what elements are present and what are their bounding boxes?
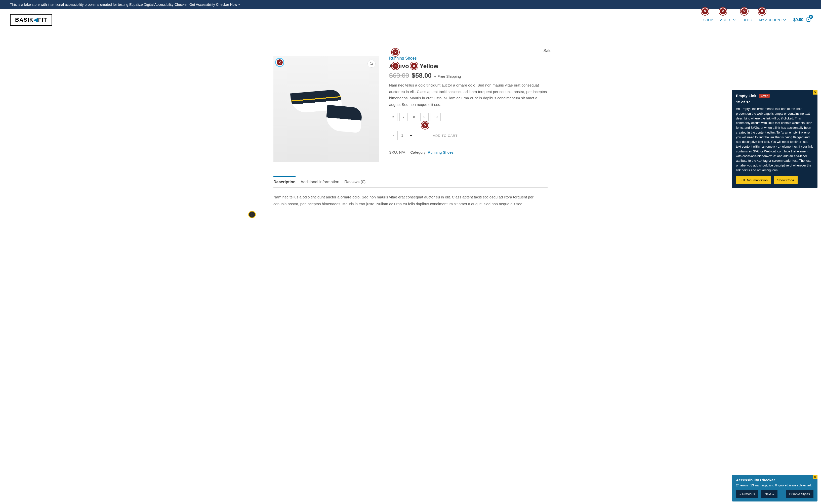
old-price: $60.00 xyxy=(389,72,409,79)
logo-text-2: FIT xyxy=(38,17,47,23)
add-to-cart-button[interactable]: ADD TO CART xyxy=(423,131,468,140)
banner-link[interactable]: Get Accessibility Checker Now→ xyxy=(189,3,241,7)
error-marker-icon[interactable] xyxy=(758,8,766,15)
sku-label: SKU: xyxy=(389,150,399,154)
full-documentation-button[interactable]: Full Documentation xyxy=(736,176,771,184)
logo[interactable]: BASIK◀FIT xyxy=(10,14,52,26)
popup-body-text: An Empty Link error means that one of th… xyxy=(732,107,817,176)
nav-about-label: ABOUT xyxy=(720,18,732,22)
nav-shop-label: SHOP xyxy=(703,18,713,22)
category-meta-link[interactable]: Running Shoes xyxy=(428,150,454,154)
error-marker-icon[interactable] xyxy=(392,62,399,70)
tab-description[interactable]: Description xyxy=(273,176,296,187)
product-short-description: Nam nec tellus a odio tincidunt auctor a… xyxy=(389,82,548,108)
popup-counter: 12 of 37 xyxy=(732,100,817,107)
qty-decrease-button[interactable]: - xyxy=(389,131,398,140)
error-marker-icon[interactable] xyxy=(421,121,429,129)
product-container: Sale! Running Shoes Aceivo X3 Yellow $60… xyxy=(268,56,553,162)
quantity-row: - + ADD TO CART xyxy=(389,131,548,140)
new-price: $58.00 xyxy=(412,72,432,79)
nav-blog-label: BLOG xyxy=(743,18,752,22)
size-option[interactable]: 7 xyxy=(399,113,408,121)
nav-shop[interactable]: SHOP xyxy=(703,18,713,22)
nav-account-label: MY ACCOUNT xyxy=(759,18,782,22)
show-code-button[interactable]: Show Code xyxy=(774,176,798,184)
site-header: BASIK◀FIT SHOP ABOUT BLOG MY ACCOUNT xyxy=(0,9,821,31)
svg-line-1 xyxy=(372,64,373,65)
logo-text-1: BASIK xyxy=(15,17,33,23)
warning-marker-icon[interactable] xyxy=(248,211,256,218)
cart-count-badge: 0 xyxy=(809,15,813,19)
chevron-down-icon xyxy=(733,19,735,21)
product-info: Sale! Running Shoes Aceivo X3 Yellow $60… xyxy=(389,56,548,162)
size-option[interactable]: 10 xyxy=(431,113,441,121)
category-label: Category: xyxy=(410,150,428,154)
error-badge: Error xyxy=(759,94,770,98)
shoe-image-placeholder xyxy=(291,86,361,132)
error-detail-popup: ✕ Empty Link Error 12 of 37 An Empty Lin… xyxy=(732,90,817,188)
popup-title: Empty Link xyxy=(736,94,756,98)
price-row: $60.00 $58.00 + Free Shipping xyxy=(389,72,548,79)
main-nav: SHOP ABOUT BLOG MY ACCOUNT xyxy=(703,18,786,22)
popup-header: Empty Link Error xyxy=(732,90,817,100)
error-marker-icon[interactable] xyxy=(701,8,709,15)
cart-icon[interactable]: 0 xyxy=(806,17,811,23)
zoom-button[interactable] xyxy=(367,60,376,68)
qty-input[interactable] xyxy=(398,131,407,140)
nav-account[interactable]: MY ACCOUNT xyxy=(759,18,786,22)
popup-close-button[interactable]: ✕ xyxy=(813,90,817,95)
search-icon xyxy=(370,62,374,66)
error-marker-icon[interactable] xyxy=(392,49,399,56)
nav-blog[interactable]: BLOG xyxy=(743,18,752,22)
error-marker-icon[interactable] xyxy=(719,8,727,15)
product-image[interactable] xyxy=(273,56,379,162)
qty-increase-button[interactable]: + xyxy=(407,131,415,140)
tab-content: Nam nec tellus a odio tincidunt auctor a… xyxy=(273,188,548,213)
banner-text: This is a fake store with intentional ac… xyxy=(10,3,188,7)
sku-value: N/A xyxy=(399,150,405,154)
error-marker-icon[interactable] xyxy=(276,59,283,66)
tab-reviews[interactable]: Reviews (0) xyxy=(344,177,365,187)
chevron-down-icon xyxy=(783,19,786,21)
product-category-link[interactable]: Running Shoes xyxy=(389,56,417,60)
logo-caret-icon: ◀ xyxy=(33,17,38,23)
size-option[interactable]: 9 xyxy=(420,113,429,121)
error-marker-icon[interactable] xyxy=(410,62,418,70)
product-tabs-section: Description Additional information Revie… xyxy=(268,177,553,213)
sale-badge: Sale! xyxy=(544,49,553,53)
popup-actions: Full Documentation Show Code xyxy=(732,176,817,188)
error-marker-icon[interactable] xyxy=(741,8,748,15)
svg-point-0 xyxy=(370,62,372,64)
size-option[interactable]: 6 xyxy=(389,113,397,121)
shipping-text: + Free Shipping xyxy=(434,74,461,78)
nav-about[interactable]: ABOUT xyxy=(720,18,735,22)
cart-total: $0.00 xyxy=(793,18,803,22)
announcement-banner: This is a fake store with intentional ac… xyxy=(0,0,821,9)
size-option[interactable]: 8 xyxy=(410,113,418,121)
tabs-list: Description Additional information Revie… xyxy=(273,177,548,188)
cart-area[interactable]: $0.00 0 xyxy=(793,17,811,23)
tab-additional-info[interactable]: Additional information xyxy=(301,177,339,187)
size-selector: 6 7 8 9 10 xyxy=(389,113,548,121)
product-meta: SKU: N/A Category: Running Shoes xyxy=(389,150,548,154)
